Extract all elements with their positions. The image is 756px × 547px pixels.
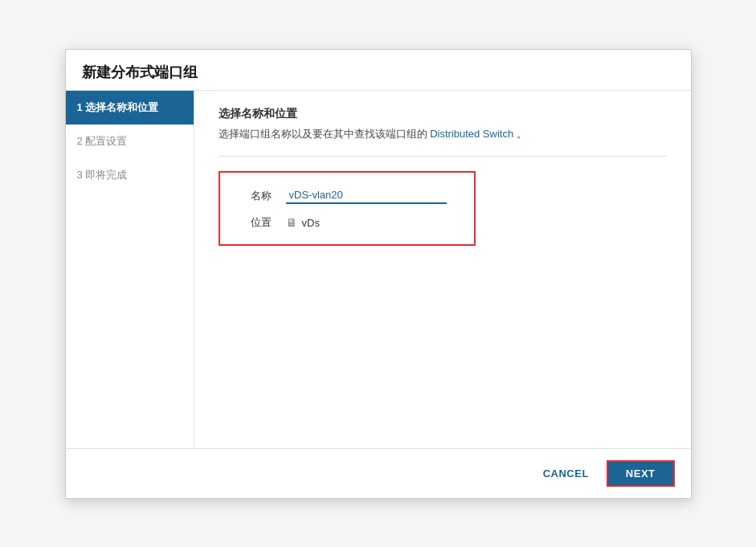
location-row: 位置 🖥 vDs — [239, 215, 455, 230]
name-row: 名称 — [239, 187, 455, 204]
location-icon: 🖥 — [286, 216, 297, 229]
step-3-item[interactable]: 3 即将完成 — [66, 158, 194, 192]
section-desc: 选择端口组名称以及要在其中查找该端口组的 Distributed Switch … — [219, 126, 667, 142]
step-1-item[interactable]: 1 选择名称和位置 — [66, 91, 194, 125]
dialog-header: 新建分布式端口组 — [66, 50, 691, 91]
form-box: 名称 位置 🖥 vDs — [219, 171, 476, 246]
dialog-body: 1 选择名称和位置 2 配置设置 3 即将完成 选择名称和位置 选择端口组名称以… — [66, 91, 691, 448]
name-label: 名称 — [239, 189, 272, 203]
dialog-footer: CANCEL NEXT — [66, 448, 691, 498]
main-content: 选择名称和位置 选择端口组名称以及要在其中查找该端口组的 Distributed… — [194, 91, 691, 448]
name-input[interactable] — [286, 187, 447, 204]
location-text: vDs — [302, 217, 320, 229]
steps-panel: 1 选择名称和位置 2 配置设置 3 即将完成 — [66, 91, 194, 448]
section-title: 选择名称和位置 — [219, 107, 667, 121]
cancel-button[interactable]: CANCEL — [535, 463, 597, 484]
location-label: 位置 — [239, 215, 272, 230]
section-desc-text1: 选择端口组名称以及要在其中查找该端口组的 — [219, 128, 427, 140]
new-portgroup-dialog: 新建分布式端口组 1 选择名称和位置 2 配置设置 3 即将完成 选择名称和位置… — [65, 49, 692, 499]
distributed-switch-link[interactable]: Distributed Switch — [430, 128, 513, 140]
section-divider — [219, 156, 667, 157]
dialog-title: 新建分布式端口组 — [82, 64, 198, 80]
section-desc-text2: 。 — [517, 128, 527, 140]
step-2-item[interactable]: 2 配置设置 — [66, 125, 194, 158]
next-button[interactable]: NEXT — [607, 460, 675, 487]
location-value-row: 🖥 vDs — [286, 216, 320, 229]
